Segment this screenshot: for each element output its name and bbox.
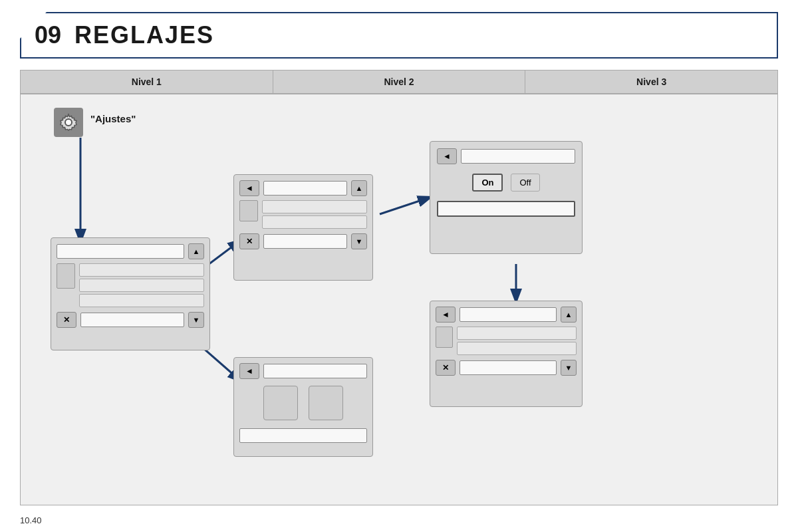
ajustes-icon [54,108,83,137]
level2-top-down-button[interactable]: ▼ [351,233,367,249]
ajustes-label: "Ajustes" [90,113,136,124]
level3-bottom-bar[interactable] [460,360,557,375]
on-button[interactable]: On [472,174,503,192]
level2-bottom-box1[interactable] [263,386,298,420]
footer-page-number: 10.40 [20,515,42,525]
page-footer: 10.40 [20,515,42,525]
level2-top-back-button[interactable]: ◄ [239,180,259,196]
level2-bottom-widget: ◄ [233,357,373,457]
level3-bottom-row2[interactable] [457,342,577,355]
level3-top-value-bar[interactable] [437,201,575,217]
level1-cancel-button[interactable]: ✕ [57,312,76,328]
level2-bottom-bar[interactable] [239,428,367,443]
level1-up-button[interactable]: ▲ [188,243,204,259]
page-number: 09 [35,21,61,49]
level2-top-widget: ◄ ▲ ✕ ▼ [233,174,373,281]
level3-top-input[interactable] [461,149,575,164]
level2-top-cancel-button[interactable]: ✕ [239,233,259,249]
level3-top-back-button[interactable]: ◄ [437,148,457,164]
gear-icon [59,113,78,132]
level1-widget: ▲ ✕ ▼ [51,237,210,350]
svg-line-2 [380,198,430,214]
level1-row1[interactable] [79,263,204,277]
level1-list-icon [57,263,75,289]
level3-bottom-row1[interactable] [457,327,577,340]
level1-row2[interactable] [79,279,204,292]
level2-bottom-back-button[interactable]: ◄ [239,363,259,379]
level2-top-icon [239,200,258,221]
level2-top-row2[interactable] [262,215,367,229]
level1-row3[interactable] [79,294,204,307]
col-header-nivel1: Nivel 1 [21,70,273,93]
level2-bottom-input[interactable] [263,364,367,378]
level3-bottom-input[interactable] [460,307,557,322]
level1-input[interactable] [57,244,184,259]
level2-top-input[interactable] [263,181,347,196]
main-content: "Ajustes" ▲ ✕ ▼ ◄ ▲ [20,94,778,505]
level1-bottom-input[interactable] [80,313,184,327]
off-button[interactable]: Off [511,174,539,192]
level3-bottom-icon [436,327,453,348]
level3-bottom-widget: ◄ ▲ ✕ ▼ [430,301,583,407]
level3-bottom-down-button[interactable]: ▼ [561,360,577,376]
level1-down-button[interactable]: ▼ [188,312,204,328]
level3-bottom-back-button[interactable]: ◄ [436,307,456,323]
columns-bar: Nivel 1 Nivel 2 Nivel 3 [20,70,778,94]
level2-top-bottom-input[interactable] [263,234,347,249]
level3-top-widget: ◄ On Off [430,141,583,254]
level2-bottom-box2[interactable] [309,386,343,420]
page-title: REGLAJES [74,21,214,49]
level3-bottom-cancel-button[interactable]: ✕ [436,360,456,376]
col-header-nivel2: Nivel 2 [273,70,526,93]
level2-top-up-button[interactable]: ▲ [351,180,367,196]
level3-bottom-up-button[interactable]: ▲ [561,307,577,323]
level2-top-row1[interactable] [262,200,367,213]
page-header: 09 REGLAJES [20,12,778,59]
col-header-nivel3: Nivel 3 [525,70,777,93]
